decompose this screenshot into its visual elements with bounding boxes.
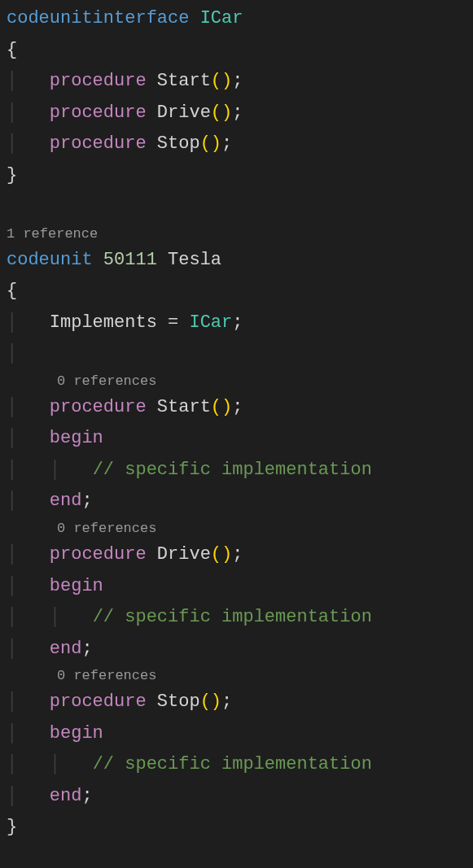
codelens-reference[interactable]: 0 references: [0, 370, 473, 392]
keyword-end: end: [50, 786, 82, 806]
indent-guide: │: [7, 343, 17, 364]
proc-name: Stop: [157, 133, 200, 154]
indent-guide: │: [7, 723, 17, 744]
indent-guide: │: [7, 639, 17, 659]
code-line: │ end;: [0, 486, 473, 517]
proc-name: Drive: [157, 103, 211, 123]
code-line: │ procedure Start();: [0, 66, 473, 98]
proc-name: Start: [157, 397, 211, 417]
code-line: │ procedure Drive();: [0, 539, 473, 571]
keyword-codeunit: codeunit: [7, 250, 93, 270]
code-line: │ end;: [0, 781, 473, 813]
paren-open: (: [200, 691, 211, 712]
code-line: │ │ // specific implementation: [0, 455, 473, 486]
paren-close: ): [221, 397, 232, 417]
implements-keyword: Implements: [50, 312, 157, 333]
keyword-end: end: [50, 639, 82, 659]
semicolon: ;: [81, 639, 92, 659]
indent-guide: │: [7, 754, 17, 774]
semicolon: ;: [232, 312, 243, 333]
semicolon: ;: [232, 544, 243, 565]
semicolon: ;: [81, 786, 92, 806]
code-editor[interactable]: codeunitinterface ICar { │ procedure Sta…: [0, 3, 473, 844]
blank-line: │: [0, 338, 473, 370]
code-line: │ procedure Drive();: [0, 98, 473, 129]
keyword-begin: begin: [50, 576, 103, 596]
codeunit-name: Tesla: [168, 250, 221, 270]
equals: =: [168, 312, 178, 333]
blank-line: [0, 191, 473, 223]
code-line: │ begin: [0, 423, 473, 455]
paren-close: ): [211, 133, 221, 154]
code-line: }: [0, 160, 473, 192]
code-line: {: [0, 276, 473, 308]
keyword-procedure: procedure: [50, 544, 147, 565]
indent-guide: │: [7, 491, 17, 511]
code-line: │ │ // specific implementation: [0, 602, 473, 634]
code-line: │ procedure Start();: [0, 392, 473, 424]
paren-open: (: [211, 544, 221, 565]
code-line: │ procedure Stop();: [0, 129, 473, 160]
paren-open: (: [211, 71, 221, 91]
keyword-procedure: procedure: [50, 691, 147, 712]
indent-guide: │: [50, 607, 60, 627]
indent-guide: │: [7, 786, 17, 806]
keyword-interface: codeunitinterface: [7, 8, 189, 28]
indent-guide: │: [50, 754, 60, 774]
keyword-procedure: procedure: [50, 397, 147, 417]
indent-guide: │: [7, 428, 17, 448]
keyword-procedure: procedure: [50, 133, 147, 154]
paren-close: ): [211, 691, 221, 712]
implements-type: ICar: [189, 312, 232, 333]
code-line: codeunitinterface ICar: [0, 3, 473, 35]
keyword-end: end: [50, 491, 82, 511]
semicolon: ;: [81, 491, 92, 511]
code-line: {: [0, 35, 473, 67]
proc-name: Stop: [157, 691, 200, 712]
type-name: ICar: [200, 8, 243, 28]
proc-name: Drive: [157, 544, 211, 565]
code-line: codeunit 50111 Tesla: [0, 245, 473, 277]
brace-open: {: [7, 40, 17, 60]
codelens-reference[interactable]: 0 references: [0, 517, 473, 539]
indent-guide: │: [7, 544, 17, 565]
indent-guide: │: [7, 460, 17, 480]
comment: // specific implementation: [93, 460, 372, 480]
code-line: │ end;: [0, 634, 473, 665]
semicolon: ;: [232, 71, 243, 91]
indent-guide: │: [7, 103, 17, 123]
indent-guide: │: [7, 607, 17, 627]
code-line: │ Implements = ICar;: [0, 308, 473, 339]
paren-open: (: [200, 133, 211, 154]
indent-guide: │: [7, 576, 17, 596]
semicolon: ;: [232, 103, 243, 123]
code-line: │ begin: [0, 571, 473, 603]
indent-guide: │: [7, 691, 17, 712]
keyword-begin: begin: [50, 428, 103, 448]
paren-close: ): [221, 103, 232, 123]
brace-close: }: [7, 817, 17, 837]
brace-open: {: [7, 281, 17, 301]
code-line: │ procedure Stop();: [0, 687, 473, 718]
codelens-reference[interactable]: 1 reference: [0, 223, 473, 245]
brace-close: }: [7, 165, 17, 185]
paren-open: (: [211, 103, 221, 123]
codeunit-id: 50111: [103, 250, 157, 270]
indent-guide: │: [7, 312, 17, 333]
paren-close: ): [221, 544, 232, 565]
paren-open: (: [211, 397, 221, 417]
indent-guide: │: [7, 71, 17, 91]
paren-close: ): [221, 71, 232, 91]
semicolon: ;: [221, 691, 232, 712]
code-line: │ begin: [0, 718, 473, 750]
comment: // specific implementation: [93, 607, 372, 627]
indent-guide: │: [7, 133, 17, 154]
code-line: │ │ // specific implementation: [0, 749, 473, 781]
indent-guide: │: [50, 460, 60, 480]
comment: // specific implementation: [93, 754, 372, 774]
codelens-reference[interactable]: 0 references: [0, 665, 473, 687]
code-line: }: [0, 812, 473, 844]
indent-guide: │: [7, 397, 17, 417]
keyword-begin: begin: [50, 723, 103, 744]
semicolon: ;: [221, 133, 232, 154]
